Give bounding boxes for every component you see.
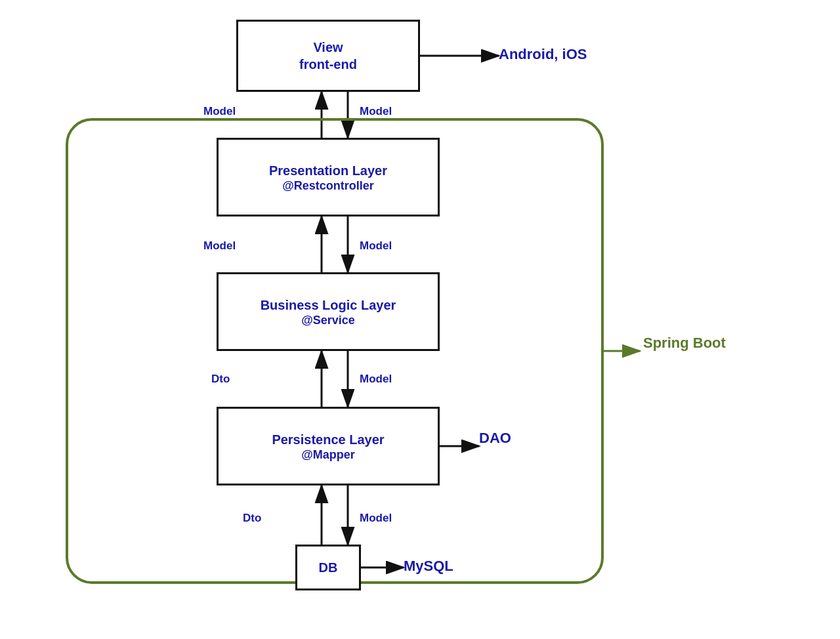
spring-boot-label: Spring Boot: [643, 335, 726, 352]
persistence-title: Persistence Layer: [272, 431, 384, 448]
android-ios-label: Android, iOS: [499, 46, 587, 63]
dto-label-2: Dto: [243, 512, 261, 525]
mysql-label: MySQL: [404, 558, 453, 575]
model-label-3: Model: [203, 239, 236, 253]
model-label-4: Model: [360, 239, 392, 253]
view-subtitle: front-end: [299, 56, 357, 73]
presentation-box: Presentation Layer @Restcontroller: [217, 138, 440, 216]
model-label-2: Model: [360, 105, 392, 118]
presentation-subtitle: @Restcontroller: [282, 179, 374, 193]
persistence-box: Persistence Layer @Mapper: [217, 407, 440, 485]
model-label-5: Model: [360, 373, 392, 386]
business-title: Business Logic Layer: [261, 297, 396, 314]
dto-label-1: Dto: [211, 373, 230, 386]
presentation-title: Presentation Layer: [269, 162, 387, 179]
view-title: View: [313, 39, 343, 56]
view-box: View front-end: [236, 20, 420, 92]
business-box: Business Logic Layer @Service: [217, 272, 440, 351]
dao-label: DAO: [479, 430, 511, 447]
persistence-subtitle: @Mapper: [301, 448, 355, 462]
model-label-6: Model: [360, 512, 392, 525]
diagram-container: View front-end Presentation Layer @Restc…: [0, 0, 840, 639]
model-label-1: Model: [203, 105, 236, 118]
business-subtitle: @Service: [301, 314, 355, 327]
db-title: DB: [319, 559, 338, 576]
db-box: DB: [295, 545, 361, 590]
